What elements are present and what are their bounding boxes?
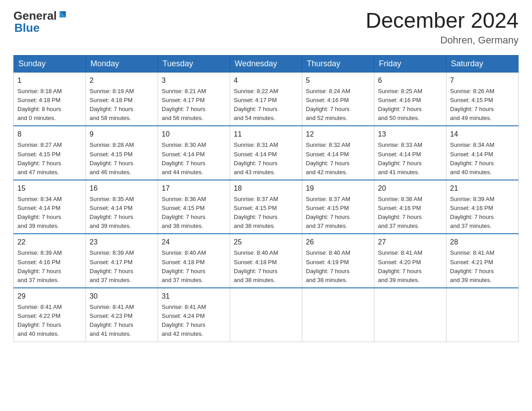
day-number: 20 bbox=[378, 183, 442, 194]
day-number: 4 bbox=[234, 75, 298, 86]
day-info: Sunrise: 8:40 AMSunset: 4:19 PMDaylight:… bbox=[306, 248, 370, 285]
header: General Blue December 2024 Dohren, Germa… bbox=[13, 9, 519, 46]
calendar-cell: 20Sunrise: 8:38 AMSunset: 4:16 PMDayligh… bbox=[374, 180, 446, 234]
weekday-header-sunday: Sunday bbox=[14, 55, 86, 72]
day-info: Sunrise: 8:38 AMSunset: 4:16 PMDaylight:… bbox=[378, 195, 442, 231]
day-info: Sunrise: 8:21 AMSunset: 4:17 PMDaylight:… bbox=[162, 87, 226, 123]
day-info: Sunrise: 8:34 AMSunset: 4:14 PMDaylight:… bbox=[17, 195, 82, 231]
day-info: Sunrise: 8:33 AMSunset: 4:14 PMDaylight:… bbox=[378, 141, 442, 177]
day-number: 19 bbox=[306, 183, 370, 194]
day-number: 29 bbox=[17, 291, 82, 302]
calendar-cell: 15Sunrise: 8:34 AMSunset: 4:14 PMDayligh… bbox=[14, 180, 86, 234]
day-info: Sunrise: 8:37 AMSunset: 4:15 PMDaylight:… bbox=[306, 195, 370, 231]
day-info: Sunrise: 8:31 AMSunset: 4:14 PMDaylight:… bbox=[234, 141, 298, 177]
calendar-cell: 9Sunrise: 8:28 AMSunset: 4:15 PMDaylight… bbox=[86, 126, 158, 180]
calendar-cell: 3Sunrise: 8:21 AMSunset: 4:17 PMDaylight… bbox=[158, 72, 230, 126]
logo: General Blue bbox=[13, 9, 68, 35]
day-number: 9 bbox=[90, 129, 154, 140]
calendar-cell: 28Sunrise: 8:41 AMSunset: 4:21 PMDayligh… bbox=[446, 234, 519, 288]
day-info: Sunrise: 8:39 AMSunset: 4:16 PMDaylight:… bbox=[17, 248, 82, 285]
calendar-title: December 2024 bbox=[365, 9, 519, 33]
day-info: Sunrise: 8:39 AMSunset: 4:16 PMDaylight:… bbox=[450, 195, 515, 231]
calendar-cell: 2Sunrise: 8:19 AMSunset: 4:18 PMDaylight… bbox=[86, 72, 158, 126]
calendar-cell: 13Sunrise: 8:33 AMSunset: 4:14 PMDayligh… bbox=[374, 126, 446, 180]
day-info: Sunrise: 8:40 AMSunset: 4:18 PMDaylight:… bbox=[162, 248, 226, 285]
calendar-cell bbox=[302, 288, 374, 342]
calendar-cell: 31Sunrise: 8:41 AMSunset: 4:24 PMDayligh… bbox=[158, 288, 230, 342]
calendar-cell: 24Sunrise: 8:40 AMSunset: 4:18 PMDayligh… bbox=[158, 234, 230, 288]
calendar-cell: 23Sunrise: 8:39 AMSunset: 4:17 PMDayligh… bbox=[86, 234, 158, 288]
weekday-header-wednesday: Wednesday bbox=[230, 55, 302, 72]
day-number: 1 bbox=[17, 75, 82, 86]
day-number: 17 bbox=[162, 183, 226, 194]
day-info: Sunrise: 8:41 AMSunset: 4:24 PMDaylight:… bbox=[162, 303, 226, 339]
day-info: Sunrise: 8:27 AMSunset: 4:15 PMDaylight:… bbox=[17, 141, 82, 177]
calendar-cell: 8Sunrise: 8:27 AMSunset: 4:15 PMDaylight… bbox=[14, 126, 86, 180]
calendar-cell bbox=[374, 288, 446, 342]
day-number: 24 bbox=[162, 237, 226, 248]
day-number: 12 bbox=[306, 129, 370, 140]
day-number: 15 bbox=[17, 183, 82, 194]
day-number: 2 bbox=[90, 75, 154, 86]
title-section: December 2024 Dohren, Germany bbox=[365, 9, 519, 46]
day-info: Sunrise: 8:39 AMSunset: 4:17 PMDaylight:… bbox=[90, 248, 154, 285]
day-number: 16 bbox=[90, 183, 154, 194]
day-info: Sunrise: 8:37 AMSunset: 4:15 PMDaylight:… bbox=[234, 195, 298, 231]
day-number: 5 bbox=[306, 75, 370, 86]
calendar-cell: 12Sunrise: 8:32 AMSunset: 4:14 PMDayligh… bbox=[302, 126, 374, 180]
calendar-cell: 19Sunrise: 8:37 AMSunset: 4:15 PMDayligh… bbox=[302, 180, 374, 234]
day-info: Sunrise: 8:41 AMSunset: 4:22 PMDaylight:… bbox=[17, 303, 82, 339]
day-number: 30 bbox=[90, 291, 154, 302]
calendar-cell: 10Sunrise: 8:30 AMSunset: 4:14 PMDayligh… bbox=[158, 126, 230, 180]
calendar-cell: 27Sunrise: 8:41 AMSunset: 4:20 PMDayligh… bbox=[374, 234, 446, 288]
weekday-header-row: SundayMondayTuesdayWednesdayThursdayFrid… bbox=[14, 55, 519, 72]
day-number: 28 bbox=[450, 237, 515, 248]
day-number: 3 bbox=[162, 75, 226, 86]
day-info: Sunrise: 8:18 AMSunset: 4:18 PMDaylight:… bbox=[17, 87, 82, 123]
day-number: 22 bbox=[17, 237, 82, 248]
calendar-cell: 26Sunrise: 8:40 AMSunset: 4:19 PMDayligh… bbox=[302, 234, 374, 288]
day-info: Sunrise: 8:26 AMSunset: 4:15 PMDaylight:… bbox=[450, 87, 515, 123]
day-info: Sunrise: 8:32 AMSunset: 4:14 PMDaylight:… bbox=[306, 141, 370, 177]
day-info: Sunrise: 8:24 AMSunset: 4:16 PMDaylight:… bbox=[306, 87, 370, 123]
day-number: 25 bbox=[234, 237, 298, 248]
calendar-cell: 17Sunrise: 8:36 AMSunset: 4:15 PMDayligh… bbox=[158, 180, 230, 234]
day-info: Sunrise: 8:30 AMSunset: 4:14 PMDaylight:… bbox=[162, 141, 226, 177]
day-number: 6 bbox=[378, 75, 442, 86]
day-info: Sunrise: 8:28 AMSunset: 4:15 PMDaylight:… bbox=[90, 141, 154, 177]
weekday-header-friday: Friday bbox=[374, 55, 446, 72]
calendar-cell: 14Sunrise: 8:34 AMSunset: 4:14 PMDayligh… bbox=[446, 126, 519, 180]
day-number: 23 bbox=[90, 237, 154, 248]
day-number: 21 bbox=[450, 183, 515, 194]
day-info: Sunrise: 8:34 AMSunset: 4:14 PMDaylight:… bbox=[450, 141, 515, 177]
calendar-cell bbox=[230, 288, 302, 342]
calendar-cell: 1Sunrise: 8:18 AMSunset: 4:18 PMDaylight… bbox=[14, 72, 86, 126]
day-number: 14 bbox=[450, 129, 515, 140]
calendar-week-row: 29Sunrise: 8:41 AMSunset: 4:22 PMDayligh… bbox=[14, 288, 519, 342]
day-number: 26 bbox=[306, 237, 370, 248]
calendar-cell: 22Sunrise: 8:39 AMSunset: 4:16 PMDayligh… bbox=[14, 234, 86, 288]
day-number: 31 bbox=[162, 291, 226, 302]
day-info: Sunrise: 8:41 AMSunset: 4:20 PMDaylight:… bbox=[378, 248, 442, 285]
calendar-cell bbox=[446, 288, 519, 342]
day-info: Sunrise: 8:40 AMSunset: 4:18 PMDaylight:… bbox=[234, 248, 298, 285]
calendar-table: SundayMondayTuesdayWednesdayThursdayFrid… bbox=[13, 55, 519, 342]
calendar-subtitle: Dohren, Germany bbox=[365, 34, 519, 46]
day-number: 10 bbox=[162, 129, 226, 140]
logo-blue: Blue bbox=[13, 21, 39, 35]
logo-icon bbox=[58, 11, 68, 21]
day-info: Sunrise: 8:35 AMSunset: 4:14 PMDaylight:… bbox=[90, 195, 154, 231]
day-info: Sunrise: 8:36 AMSunset: 4:15 PMDaylight:… bbox=[162, 195, 226, 231]
calendar-cell: 25Sunrise: 8:40 AMSunset: 4:18 PMDayligh… bbox=[230, 234, 302, 288]
day-number: 7 bbox=[450, 75, 515, 86]
calendar-cell: 5Sunrise: 8:24 AMSunset: 4:16 PMDaylight… bbox=[302, 72, 374, 126]
day-info: Sunrise: 8:19 AMSunset: 4:18 PMDaylight:… bbox=[90, 87, 154, 123]
calendar-cell: 29Sunrise: 8:41 AMSunset: 4:22 PMDayligh… bbox=[14, 288, 86, 342]
calendar-cell: 7Sunrise: 8:26 AMSunset: 4:15 PMDaylight… bbox=[446, 72, 519, 126]
day-info: Sunrise: 8:25 AMSunset: 4:16 PMDaylight:… bbox=[378, 87, 442, 123]
day-number: 8 bbox=[17, 129, 82, 140]
day-info: Sunrise: 8:41 AMSunset: 4:21 PMDaylight:… bbox=[450, 248, 515, 285]
day-number: 18 bbox=[234, 183, 298, 194]
day-info: Sunrise: 8:22 AMSunset: 4:17 PMDaylight:… bbox=[234, 87, 298, 123]
calendar-week-row: 22Sunrise: 8:39 AMSunset: 4:16 PMDayligh… bbox=[14, 234, 519, 288]
